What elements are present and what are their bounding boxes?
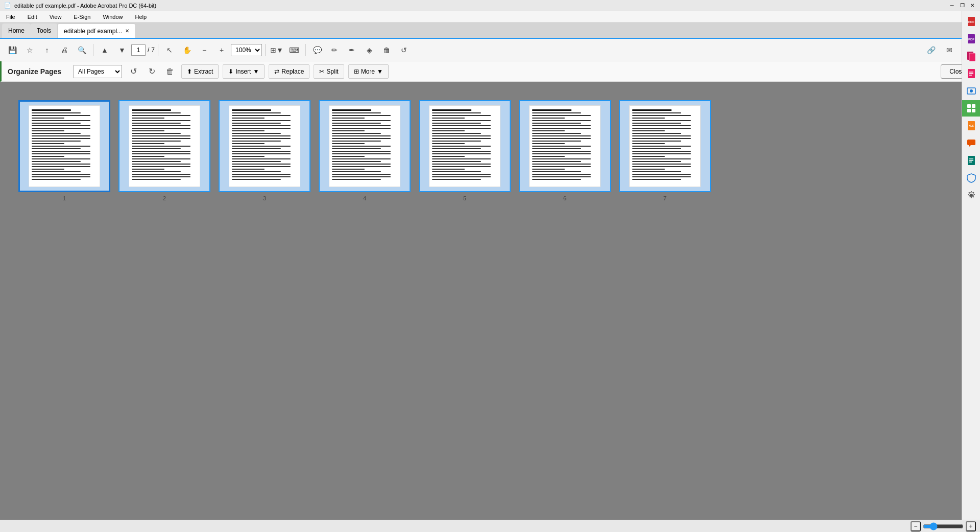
zoom-control: 50% 75% 100% 125% 150% xyxy=(231,44,262,56)
delete-button[interactable]: 🗑 xyxy=(378,42,395,58)
comment-button[interactable]: 💬 xyxy=(309,42,325,58)
text-line xyxy=(232,143,265,144)
page-frame-4[interactable] xyxy=(319,100,411,192)
next-page-button[interactable]: ▼ xyxy=(114,42,130,58)
page-thumb-6[interactable]: 6 xyxy=(519,100,611,201)
menu-esign[interactable]: E-Sign xyxy=(71,13,92,21)
share-button[interactable]: ↑ xyxy=(39,42,55,58)
sidebar-export-pdf-icon[interactable]: PDF xyxy=(963,31,979,47)
text-line xyxy=(432,156,465,157)
sidebar-comment-icon[interactable] xyxy=(963,135,979,151)
menu-edit[interactable]: Edit xyxy=(26,13,39,21)
page-inner-1 xyxy=(29,105,100,187)
sidebar-shield-icon[interactable] xyxy=(963,170,979,186)
page-thumb-3[interactable]: 3 xyxy=(219,100,310,201)
view-options-button[interactable]: ⊞▼ xyxy=(269,42,285,58)
text-line xyxy=(432,166,491,167)
text-line xyxy=(532,161,581,162)
tab-home[interactable]: Home xyxy=(2,24,31,38)
bookmark-button[interactable]: ☆ xyxy=(21,42,38,58)
tab-close-button[interactable]: ✕ xyxy=(125,28,129,34)
minimize-button[interactable]: ─ xyxy=(948,2,955,9)
sidebar-tools-icon[interactable] xyxy=(963,187,979,203)
save-button[interactable]: 💾 xyxy=(4,42,20,58)
text-line xyxy=(32,148,81,149)
prev-page-button[interactable]: ▲ xyxy=(97,42,113,58)
sidebar-share-icon[interactable] xyxy=(963,152,979,169)
page-number-input[interactable] xyxy=(131,44,146,56)
sidebar-export2-icon[interactable]: XLS xyxy=(963,118,979,134)
sidebar-edit-pdf-icon[interactable] xyxy=(963,65,979,82)
sidebar-scan-icon[interactable] xyxy=(963,83,979,99)
delete-pages-button[interactable]: 🗑 xyxy=(163,64,177,79)
window-close-button[interactable]: ✕ xyxy=(969,2,976,9)
separator-1 xyxy=(93,44,93,56)
page-frame-1[interactable] xyxy=(18,100,110,192)
page-frame-7[interactable] xyxy=(619,100,711,192)
sidebar-create-pdf-icon[interactable]: PDF xyxy=(963,13,979,30)
text-line xyxy=(632,141,681,142)
text-line xyxy=(632,171,681,172)
page-thumb-4[interactable]: 4 xyxy=(319,100,411,201)
text-line xyxy=(432,179,481,180)
text-line xyxy=(432,161,481,162)
hand-tool-button[interactable]: ✋ xyxy=(179,42,195,58)
zoom-in-status-button[interactable]: + xyxy=(966,521,976,531)
text-line xyxy=(132,109,171,111)
more-button[interactable]: ⊞ More ▼ xyxy=(348,64,389,79)
menu-window[interactable]: Window xyxy=(101,13,125,21)
undo-button[interactable]: ↺ xyxy=(396,42,412,58)
text-line xyxy=(432,115,491,116)
text-line xyxy=(132,125,190,126)
draw-button[interactable]: ✒ xyxy=(344,42,360,58)
marquee-zoom-button[interactable]: ⌨ xyxy=(286,42,302,58)
page-range-select[interactable]: All Pages Odd Pages Even Pages xyxy=(74,65,122,78)
text-line xyxy=(532,156,565,157)
rotate-right-button[interactable]: ↻ xyxy=(145,64,159,79)
page-inner-2 xyxy=(129,105,200,187)
text-line xyxy=(532,125,591,126)
insert-button[interactable]: ⬇ Insert ▼ xyxy=(223,64,265,79)
text-line xyxy=(532,179,581,180)
zoom-out-status-button[interactable]: − xyxy=(911,521,921,531)
page-frame-5[interactable] xyxy=(419,100,511,192)
text-line xyxy=(432,128,491,129)
main-toolbar: 💾 ☆ ↑ 🖨 🔍 ▲ ▼ / 7 ↖ ✋ − + 50% 75% 100% 1… xyxy=(0,39,980,61)
more-arrow-icon: ▼ xyxy=(377,68,383,75)
link-button[interactable]: 🔗 xyxy=(923,42,939,58)
extract-button[interactable]: ⬆ Extract xyxy=(181,64,219,79)
zoom-slider[interactable] xyxy=(923,522,964,530)
split-button[interactable]: ✂ Split xyxy=(314,64,344,79)
sidebar-organize-icon[interactable] xyxy=(962,100,981,117)
restore-button[interactable]: ❐ xyxy=(959,2,966,9)
page-inner-3 xyxy=(229,105,300,187)
replace-button[interactable]: ⇄ Replace xyxy=(269,64,309,79)
mail-button[interactable]: ✉ xyxy=(941,42,958,58)
menu-view[interactable]: View xyxy=(47,13,64,21)
menu-file[interactable]: File xyxy=(4,13,17,21)
sidebar-pages-icon[interactable] xyxy=(963,48,979,64)
stamp-button[interactable]: ◈ xyxy=(361,42,377,58)
text-line xyxy=(332,120,391,121)
replace-label: Replace xyxy=(281,68,304,75)
page-thumb-7[interactable]: 7 xyxy=(619,100,711,201)
tab-tools[interactable]: Tools xyxy=(31,24,57,38)
rotate-left-button[interactable]: ↺ xyxy=(126,64,140,79)
search-button[interactable]: 🔍 xyxy=(74,42,90,58)
page-thumb-1[interactable]: 1 xyxy=(18,100,110,201)
zoom-in-button[interactable]: + xyxy=(213,42,230,58)
text-line xyxy=(332,141,381,142)
menu-help[interactable]: Help xyxy=(133,13,149,21)
print-button[interactable]: 🖨 xyxy=(56,42,73,58)
zoom-out-button[interactable]: − xyxy=(196,42,212,58)
select-tool-button[interactable]: ↖ xyxy=(161,42,178,58)
tab-document[interactable]: editable pdf exampl... ✕ xyxy=(57,24,136,38)
page-frame-2[interactable] xyxy=(118,100,210,192)
page-thumb-2[interactable]: 2 xyxy=(118,100,210,201)
page-thumb-5[interactable]: 5 xyxy=(419,100,511,201)
zoom-select[interactable]: 50% 75% 100% 125% 150% xyxy=(231,44,262,56)
highlight-button[interactable]: ✏ xyxy=(326,42,343,58)
page-frame-3[interactable] xyxy=(219,100,310,192)
page-frame-6[interactable] xyxy=(519,100,611,192)
text-line xyxy=(32,143,64,144)
